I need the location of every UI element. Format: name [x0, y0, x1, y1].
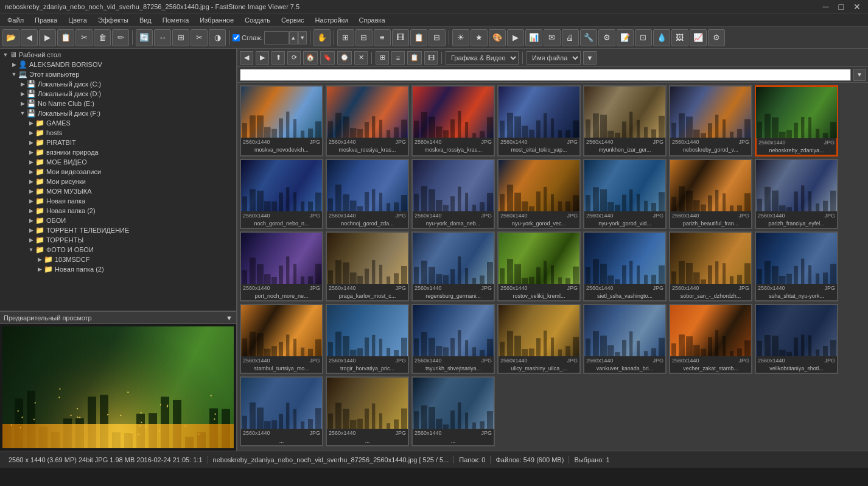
tree-item-8[interactable]: ▶📁hosts: [0, 128, 236, 138]
tree-expand-icon-17[interactable]: ▶: [27, 217, 35, 224]
maximize-button[interactable]: □: [836, 2, 846, 12]
refresh-button[interactable]: ⟳: [287, 51, 301, 65]
menu-item-вид[interactable]: Вид: [135, 15, 156, 25]
tree-expand-icon-21[interactable]: ▶: [35, 256, 44, 262]
slideshow-button[interactable]: ▶: [507, 29, 524, 46]
thumb-item-13[interactable]: 2560x1440JPGparizh_franciya_eyfel...: [755, 159, 838, 229]
tree-expand-icon-20[interactable]: ▼: [27, 247, 35, 253]
grid-view2-button[interactable]: ⊟: [355, 29, 373, 46]
tree-expand-icon-7[interactable]: ▶: [27, 120, 35, 126]
nav-forward-button[interactable]: ▶: [256, 51, 269, 65]
thumb-item-20[interactable]: 2560x1440JPGssha_shtat_nyu-york...: [755, 231, 838, 301]
filter-select[interactable]: Графика & Видео: [446, 51, 519, 65]
tree-item-3[interactable]: ▶💾Локальный диск (C:): [0, 79, 236, 89]
tree-item-22[interactable]: ▶📁Новая папка (2): [0, 264, 236, 274]
rename-button[interactable]: ✏: [112, 29, 129, 46]
smooth-checkbox[interactable]: [233, 34, 240, 41]
thumb-item-27[interactable]: 2560x1440JPGvelikobritaniya_shotl...: [755, 304, 838, 374]
thumb-item-8[interactable]: 2560x1440JPGnochnoj_gorod_zda...: [326, 159, 409, 229]
tree-expand-icon-5[interactable]: ▶: [18, 100, 27, 107]
thumb-item-25[interactable]: 2560x1440JPGvankuver_kanada_bri...: [583, 304, 667, 374]
resize2-button[interactable]: ⊡: [635, 29, 652, 46]
star-button[interactable]: ★: [471, 29, 488, 46]
tree-item-9[interactable]: ▶📁PIRATBIT: [0, 138, 236, 147]
tree-item-2[interactable]: ▼💻Этот компьютер: [0, 69, 236, 79]
tree-expand-icon-22[interactable]: ▶: [35, 266, 44, 272]
tree-expand-icon-0[interactable]: ▼: [1, 52, 10, 58]
tools-button[interactable]: 🔧: [580, 29, 597, 46]
tree-item-21[interactable]: ▶📁103MSDCF: [0, 255, 236, 264]
zoom-input[interactable]: 15%: [264, 31, 289, 44]
watermark-button[interactable]: 💧: [653, 29, 670, 46]
menu-item-файл[interactable]: Файл: [2, 15, 29, 25]
tree-expand-icon-10[interactable]: ▶: [27, 149, 35, 155]
menu-item-настройки[interactable]: Настройки: [310, 15, 353, 25]
thumb-item-5[interactable]: 2560x1440JPGneboskreby_gorod_v...: [669, 85, 752, 157]
thumb-item-9[interactable]: 2560x1440JPGnyu-york_doma_neb...: [411, 159, 495, 229]
tree-expand-icon-4[interactable]: ▶: [18, 91, 27, 97]
tree-item-1[interactable]: ▶👤ALEKSANDR BORISOV: [0, 60, 236, 69]
sun-button[interactable]: ☀: [452, 29, 469, 46]
tree-item-15[interactable]: ▶📁Новая папка: [0, 196, 236, 206]
zoom-percent[interactable]: 15% ▲ ▼: [264, 31, 307, 44]
folder-tree[interactable]: ▼🖥Рабочий стол▶👤ALEKSANDR BORISOV▼💻Этот …: [0, 49, 236, 311]
resize-button[interactable]: ⊞: [172, 29, 189, 46]
tree-expand-icon-19[interactable]: ▶: [27, 237, 35, 243]
zoom-up-button[interactable]: ▲: [289, 31, 298, 44]
crop-button[interactable]: ✂: [191, 29, 208, 46]
thumb-item-19[interactable]: 2560x1440JPGsobor_san_-_dzhordzh...: [669, 231, 752, 301]
recent-button[interactable]: ⌚: [337, 51, 352, 65]
move-button[interactable]: ✂: [75, 29, 93, 46]
view-detail-button[interactable]: 📋: [407, 51, 422, 65]
grid-view-button[interactable]: ⊞: [337, 29, 354, 46]
tree-item-13[interactable]: ▶📁Мои рисунки: [0, 177, 236, 186]
thumb-item-17[interactable]: 2560x1440JPGrostov_velikij_kreml...: [497, 231, 581, 301]
minimize-button[interactable]: ─: [821, 2, 831, 12]
tree-item-19[interactable]: ▶📁ТОРРЕНТЫ: [0, 235, 236, 245]
menu-item-пометка[interactable]: Пометка: [158, 15, 194, 25]
thumb-item-23[interactable]: 2560x1440JPGtsyurikh_shvejtsariya...: [411, 304, 495, 374]
preview-collapse-icon[interactable]: ▼: [226, 314, 233, 322]
thumb-item-0[interactable]: 2560x1440JPGmoskva_novodevich...: [240, 85, 323, 157]
home-button[interactable]: 🏠: [303, 51, 318, 65]
thumb-item-16[interactable]: 2560x1440JPGregensburg_germani...: [411, 231, 495, 301]
present-button[interactable]: 📊: [525, 29, 542, 46]
tree-item-7[interactable]: ▶📁GAMES: [0, 118, 236, 128]
tree-item-14[interactable]: ▶📁МОЯ МУЗЫКА: [0, 186, 236, 196]
tree-expand-icon-14[interactable]: ▶: [27, 188, 35, 194]
menu-item-избранное[interactable]: Избранное: [195, 15, 239, 25]
close-button[interactable]: ✕: [851, 2, 863, 12]
histogram-button[interactable]: 📈: [690, 29, 707, 46]
thumb-item-2[interactable]: 2560x1440JPGmoskva_rossiya_kras...: [411, 85, 495, 157]
tree-item-6[interactable]: ▼💾Локальный диск (F:): [0, 108, 236, 118]
thumbnail-area[interactable]: 2560x1440JPGmoskva_novodevich...2560x144…: [237, 83, 868, 451]
thumb-item-18[interactable]: 2560x1440JPGsietl_ssha_vashingto...: [583, 231, 667, 301]
print-button[interactable]: 🖨: [562, 29, 579, 46]
thumb-item-6[interactable]: 2560x1440JPGneboskreby_zdaniya...: [755, 85, 838, 157]
thumb-item-7[interactable]: 2560x1440JPGnoch_gorod_nebo_n...: [240, 159, 323, 229]
view-grid-button[interactable]: ⊞: [376, 51, 389, 65]
tree-item-0[interactable]: ▼🖥Рабочий стол: [0, 50, 236, 60]
thumb-item-10[interactable]: 2560x1440JPGnyu-york_gorod_vec...: [497, 159, 581, 229]
tree-item-5[interactable]: ▶💾No Name Club (E:): [0, 99, 236, 108]
tree-expand-icon-3[interactable]: ▶: [18, 81, 27, 87]
tree-expand-icon-11[interactable]: ▶: [27, 159, 35, 165]
tree-expand-icon-9[interactable]: ▶: [27, 139, 35, 146]
tree-expand-icon-18[interactable]: ▶: [27, 227, 35, 233]
tree-item-11[interactable]: ▶📁МОЕ ВИДЕО: [0, 157, 236, 167]
menu-item-справка[interactable]: Справка: [354, 15, 390, 25]
menu-item-эффекты[interactable]: Эффекты: [93, 15, 133, 25]
list-view-button[interactable]: ≡: [374, 29, 391, 46]
zoom-down-button[interactable]: ▼: [298, 31, 307, 44]
thumb-item-1[interactable]: 2560x1440JPGmoskva_rossiya_kras...: [326, 85, 409, 157]
thumb-item-29[interactable]: 2560x1440JPG...: [326, 376, 409, 446]
thumb-item-24[interactable]: 2560x1440JPGulicy_mashiny_ulica_...: [497, 304, 581, 374]
tree-item-20[interactable]: ▼📁ФОТО И ОБОИ: [0, 245, 236, 255]
settings2-button[interactable]: ⚙: [708, 29, 725, 46]
tree-expand-icon-13[interactable]: ▶: [27, 178, 35, 185]
thumb-item-21[interactable]: 2560x1440JPGstambul_turtsiya_mo...: [240, 304, 323, 374]
delete-button[interactable]: 🗑: [94, 29, 111, 46]
tree-item-18[interactable]: ▶📁ТОРРЕНТ ТЕЛЕВИДЕНИЕ: [0, 225, 236, 235]
copy-button[interactable]: 📋: [57, 29, 74, 46]
thumb-item-11[interactable]: 2560x1440JPGnyu-york_gorod_vid...: [583, 159, 667, 229]
